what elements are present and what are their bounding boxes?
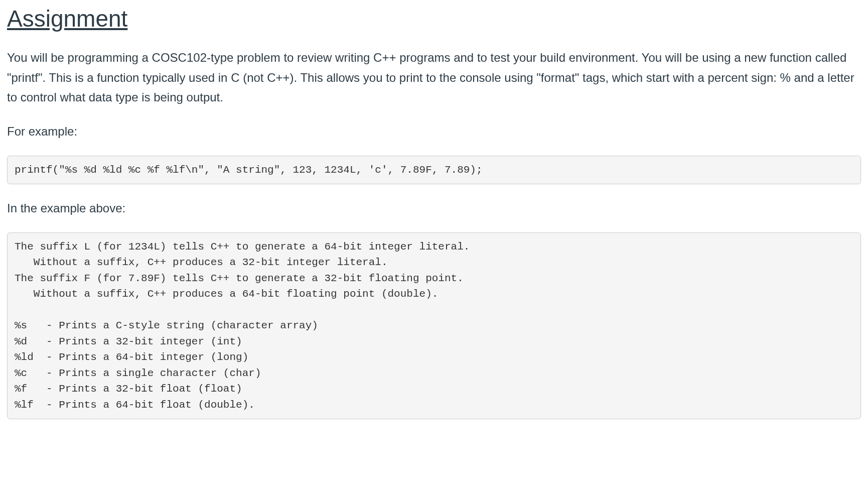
assignment-heading: Assignment <box>7 5 861 33</box>
code-example-block: printf("%s %d %ld %c %f %lf\n", "A strin… <box>7 156 861 185</box>
for-example-label: For example: <box>7 121 861 142</box>
explanation-block: The suffix L (for 1234L) tells C++ to ge… <box>7 232 861 420</box>
in-example-above-label: In the example above: <box>7 198 861 218</box>
intro-paragraph: You will be programming a COSC102-type p… <box>7 48 861 107</box>
